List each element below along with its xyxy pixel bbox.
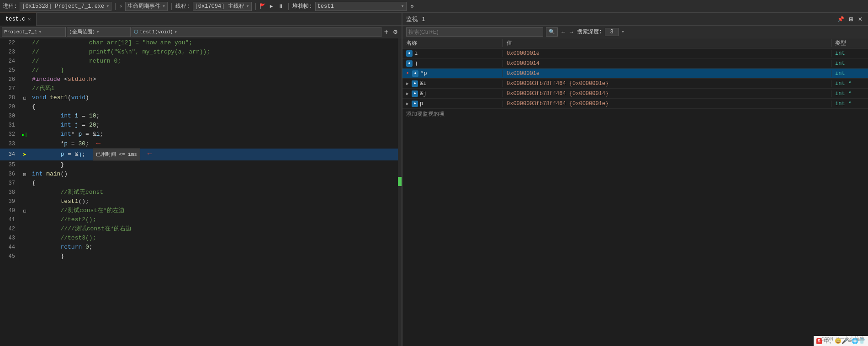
lifecycle-dropdown[interactable]: 生命周期事件 ▾ (125, 2, 168, 11)
table-row: 32 ▶| int* p = &i; (0, 130, 402, 139)
line-indicator (19, 179, 30, 188)
fold-icon[interactable]: ⊟ (23, 172, 26, 177)
line-number: 24 (0, 57, 19, 66)
pin-btn[interactable]: 📌 (836, 15, 846, 23)
line-number: 45 (0, 252, 19, 261)
table-row: 29 { (0, 102, 402, 112)
watch-panel-wrapper: 监视 1 📌 ⊞ ✕ 🔍 ← → 搜索深度: 3 ▾ (402, 13, 868, 346)
line-indicator (19, 197, 30, 206)
watch-var-icon: ● (412, 70, 418, 77)
float-btn[interactable]: ⊞ (847, 15, 855, 23)
code-area[interactable]: 22 // char arr[12] = "how are you"; 23 /… (0, 38, 402, 346)
scope-select[interactable]: (全局范围) ▾ (67, 27, 131, 37)
fold-icon[interactable]: ⊟ (23, 96, 26, 101)
project-name: Project_7_1 (4, 29, 37, 35)
thread-dropdown[interactable]: [0x17C94] 主线程 ▾ (193, 2, 252, 11)
depth-arrow: ▾ (621, 29, 625, 35)
watch-var-icon: ● (412, 101, 418, 107)
code-settings-btn[interactable]: ⚙ (391, 29, 400, 35)
line-indicator (19, 139, 30, 149)
right-panel: 监视 1 📌 ⊞ ✕ 🔍 ← → 搜索深度: 3 ▾ (402, 13, 868, 346)
watch-cell-name: ➤ ● *p (402, 70, 503, 77)
tab-test-c[interactable]: test.c ✕ (0, 13, 37, 26)
project-select[interactable]: Project_7_1 ▾ (2, 27, 66, 37)
list-item[interactable]: ▶ ● p 0x0000003fb78ff464 {0x0000001e} in… (402, 99, 868, 109)
line-indicator: ⊟ (19, 206, 30, 215)
line-number: 36 (0, 170, 19, 179)
stack-value: test1 (318, 3, 334, 10)
expand-icon[interactable]: ▶ (406, 101, 409, 106)
line-indicator (19, 224, 30, 234)
function-select[interactable]: ⬡ test1(void) ▾ (132, 27, 381, 37)
table-row: 43 //test3(); (0, 234, 402, 243)
add-watch-btn[interactable]: + (382, 28, 390, 36)
sep4 (288, 3, 289, 10)
expand-icon[interactable]: ▶ (406, 81, 409, 86)
code-content: #include <stdio.h> (30, 75, 402, 84)
fold-icon[interactable]: ⊟ (23, 208, 26, 214)
code-content: // char arr[12] = "how are you"; (30, 38, 402, 48)
line-indicator (19, 38, 30, 48)
thread-label: 线程: (175, 2, 190, 10)
table-row: 45 } (0, 252, 402, 261)
list-item[interactable]: ▶ ● &j 0x0000003fb78ff464 {0x00000014} i… (402, 89, 868, 99)
lifecycle-label: 生命周期事件 (127, 2, 160, 10)
toolbar-btn1[interactable]: ▶ (269, 3, 275, 10)
line-number: 38 (0, 188, 19, 197)
csdn-text: CSDN @一个小脑袋 (821, 336, 864, 342)
line-number: 39 (0, 197, 19, 206)
depth-value: 3 (605, 28, 619, 36)
table-row: 22 // char arr[12] = "how are you"; (0, 38, 402, 48)
watch-cell-value: 0x00000014 (503, 60, 831, 67)
watch-cell-type: int (831, 60, 868, 67)
toolbar-btn2[interactable]: ⏸ (277, 3, 285, 10)
code-panel: test.c ✕ Project_7_1 ▾ (全局范围) ▾ ⬡ test1(… (0, 13, 402, 346)
col-name-header: 名称 (402, 39, 503, 47)
code-content: *p = 30; ← (30, 139, 402, 149)
var-name: p (420, 101, 423, 107)
line-indicator (19, 66, 30, 75)
code-content: return 0; (30, 243, 402, 252)
list-item[interactable]: ➤ ● *p 0x0000001e int (402, 69, 868, 79)
code-toolbar: Project_7_1 ▾ (全局范围) ▾ ⬡ test1(void) ▾ +… (0, 26, 402, 38)
list-item[interactable]: ▶ ● &i 0x0000003fb78ff464 {0x0000001e} i… (402, 79, 868, 89)
code-content: //代码1 (30, 84, 402, 93)
table-row: 36 ⊟ int main() (0, 170, 402, 179)
line-indicator (19, 48, 30, 57)
line-number: 40 (0, 206, 19, 215)
step-icon: ▶| (22, 133, 27, 138)
line-number: 30 (0, 112, 19, 121)
line-number: 25 (0, 66, 19, 75)
search-input[interactable] (408, 29, 541, 35)
list-item[interactable]: ● i 0x0000001e int (402, 48, 868, 59)
function-name: test1(void) (140, 29, 173, 35)
search-prev-btn[interactable]: ← (561, 29, 566, 35)
code-content: // return 0; (30, 57, 402, 66)
search-next-btn[interactable]: → (569, 29, 574, 35)
watch-cell-type: int * (831, 80, 868, 87)
panel-pin-btns: 📌 ⊞ ✕ (836, 15, 864, 23)
list-item[interactable]: ● j 0x00000014 int (402, 59, 868, 69)
search-submit-btn[interactable]: 🔍 (546, 27, 558, 37)
line-indicator (19, 112, 30, 121)
close-btn[interactable]: ✕ (856, 15, 864, 23)
settings-icon[interactable]: ⚙ (409, 3, 415, 10)
stack-dropdown[interactable]: test1 ▾ (315, 2, 407, 11)
expand-icon[interactable]: ▶ (406, 91, 409, 96)
code-content: { (30, 102, 402, 112)
table-row: 37 { (0, 179, 402, 188)
minimap-bar (398, 38, 402, 346)
table-row: 39 test1(); (0, 197, 402, 206)
tab-close-btn[interactable]: ✕ (28, 16, 31, 22)
minimap-segment (398, 177, 402, 186)
table-row: 24 // return 0; (0, 57, 402, 66)
scope-name: (全局范围) (69, 28, 95, 35)
line-indicator (19, 215, 30, 224)
main-layout: test.c ✕ Project_7_1 ▾ (全局范围) ▾ ⬡ test1(… (0, 13, 868, 346)
line-number: 31 (0, 121, 19, 130)
tab-filename: test.c (5, 16, 25, 22)
var-name: i (414, 50, 418, 57)
code-content: int* p = &i; (30, 130, 402, 139)
process-dropdown[interactable]: [0x15328] Project_7_1.exe ▾ (20, 2, 111, 11)
watch-add-row[interactable]: 添加要监视的项 (402, 109, 868, 119)
